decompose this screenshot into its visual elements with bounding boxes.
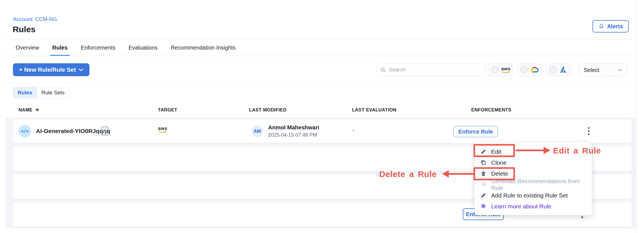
rule-avatar: </>: [19, 125, 31, 138]
aws-logo-icon: aws: [501, 66, 511, 73]
aws-logo-icon: aws: [158, 126, 167, 133]
menu-item-clone[interactable]: Clone: [475, 157, 592, 168]
delete-annotation: Delete a Rule: [379, 169, 437, 179]
gcp-filter-button[interactable]: [517, 63, 542, 76]
table-row[interactable]: </> AI-Generated-YIO0RJqqqq aws AM Anmol…: [13, 119, 632, 143]
tab-evaluations[interactable]: Evaluations: [128, 39, 157, 56]
edit-annotation: Edit a Rule: [553, 146, 601, 155]
sparkle-icon: [480, 181, 487, 187]
select-value: Select: [584, 67, 599, 73]
new-rule-button[interactable]: + New Rule/Rule Set: [13, 63, 89, 76]
column-header-enforcements: ENFORCEMENTS: [471, 107, 511, 113]
menu-item-label: Add Rule to existing Rule Set: [491, 192, 568, 199]
clone-icon: [480, 160, 487, 166]
code-icon: </>: [21, 129, 29, 134]
last-evaluation-value: -: [353, 127, 355, 134]
user-avatar: AM: [251, 125, 263, 137]
column-header-name[interactable]: NAME: [19, 107, 39, 113]
search-icon: [380, 67, 386, 73]
tab-recommendation-insights[interactable]: Recommendation Insights: [171, 39, 236, 56]
alerts-button[interactable]: Alerts: [592, 20, 629, 32]
delete-highlight-box: [473, 167, 515, 180]
rule-name[interactable]: AI-Generated-YIO0RJqqqq: [36, 128, 110, 134]
menu-item-label: Clone: [491, 159, 507, 166]
menu-item-learn-more[interactable]: ❋ Learn more about Rule: [475, 201, 592, 212]
aida-flower-icon: ❋: [480, 203, 487, 210]
modified-by: Anmol Maheshwari: [268, 124, 319, 131]
pencil-icon: [480, 192, 487, 198]
select-dropdown[interactable]: Select: [579, 64, 627, 76]
enforce-rule-button[interactable]: Enforce Rule: [454, 126, 498, 137]
scrollbar-track[interactable]: [636, 0, 636, 233]
more-options-icon[interactable]: [581, 216, 583, 218]
tab-rules[interactable]: Rules: [52, 39, 67, 56]
tab-enforcements[interactable]: Enforcements: [81, 39, 115, 56]
edit-arrow: [516, 150, 544, 151]
gcp-radio[interactable]: [520, 66, 528, 73]
tab-bar: Overview Rules Enforcements Evaluations …: [16, 39, 236, 56]
rule-description-icon[interactable]: [102, 127, 108, 135]
column-header-target: TARGET: [158, 107, 177, 113]
view-toggle: Rules Rule Sets: [13, 87, 69, 98]
aws-radio[interactable]: [491, 66, 499, 73]
edit-arrow-head-icon: [544, 147, 550, 154]
search-input[interactable]: [389, 67, 482, 73]
column-header-last-evaluation: LAST EVALUATION: [352, 107, 396, 113]
azure-logo-icon: [559, 66, 567, 73]
azure-radio[interactable]: [549, 66, 557, 73]
chevron-down-icon: [79, 68, 83, 71]
aws-filter-button[interactable]: aws: [489, 63, 513, 76]
menu-item-label: Learn more about Rule: [491, 203, 551, 210]
delete-arrow: [448, 173, 474, 175]
toggle-rule-sets[interactable]: Rule Sets: [37, 87, 69, 98]
column-header-last-modified: LAST MODIFIED: [249, 107, 287, 113]
new-rule-label: + New Rule/Rule Set: [19, 66, 76, 73]
page-title: Rules: [13, 25, 36, 34]
breadcrumb[interactable]: Account: CCM-NG: [13, 16, 57, 22]
alerts-label: Alerts: [607, 23, 623, 30]
chevron-down-icon: [618, 69, 622, 71]
rules-page: Account: CCM-NG Rules Alerts Overview Ru…: [0, 0, 644, 233]
modified-date: 2025-04-15 07:48 PM: [268, 132, 317, 138]
gcp-logo-icon: [530, 66, 539, 73]
tab-overview[interactable]: Overview: [16, 39, 39, 56]
menu-item-add-to-rule-set[interactable]: Add Rule to existing Rule Set: [475, 190, 592, 201]
bell-icon: [598, 23, 604, 29]
sort-desc-icon: [35, 109, 39, 111]
toolbar: + New Rule/Rule Set aws: [6, 56, 636, 83]
menu-item-generate-recommendations: Generate Recommendations from Rule: [475, 179, 592, 190]
more-options-icon[interactable]: [583, 123, 595, 139]
edit-highlight-box: [473, 144, 515, 157]
toggle-rules[interactable]: Rules: [13, 87, 37, 98]
target-cell: aws: [158, 126, 167, 133]
delete-arrow-head-icon: [442, 170, 449, 178]
search-box: [376, 64, 486, 76]
azure-filter-button[interactable]: [546, 63, 571, 76]
